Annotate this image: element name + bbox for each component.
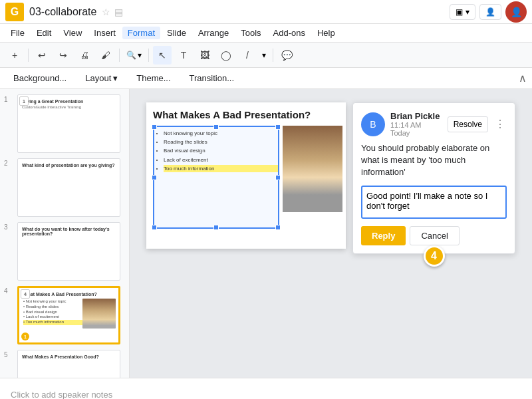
line-dropdown[interactable]: ▾ [259, 49, 269, 61]
present-dropdown-arrow: ▾ [466, 7, 469, 17]
handle-tl[interactable] [152, 124, 157, 130]
notes-placeholder: Click to add speaker notes [11, 390, 112, 399]
slide-comment-badge-4: 1 [21, 332, 29, 340]
undo-button[interactable]: ↩ [33, 46, 51, 65]
slide-thumb-title-2: What kind of presentation are you giving… [22, 163, 116, 168]
slide-panel: 1 1 Giving a Great Presentation CustomGu… [0, 89, 130, 378]
paint-format-button[interactable]: 🖌 [96, 46, 115, 65]
menu-slide[interactable]: Slide [162, 27, 192, 39]
comment-actions: Reply Cancel [361, 226, 507, 245]
zoom-icon: 🔍 [126, 51, 136, 60]
slide-number-5: 5 [4, 351, 13, 358]
collapse-toolbar-button[interactable]: ∧ [519, 72, 527, 84]
secondary-toolbar: Background... Layout ▾ Theme... Transiti… [0, 68, 532, 89]
menu-help[interactable]: Help [312, 27, 340, 39]
toolbar-separator-2 [119, 49, 120, 62]
slide-thumbnail-3[interactable]: What do you want to know after today's p… [17, 222, 120, 281]
handle-bm[interactable] [213, 225, 219, 230]
menu-addons[interactable]: Add-ons [268, 27, 311, 39]
handle-br[interactable] [275, 225, 281, 230]
redo-button[interactable]: ↪ [54, 46, 72, 65]
toolbar-separator [28, 49, 29, 62]
slide-number-4: 4 [4, 287, 13, 295]
comment-header: B Brian Pickle 11:14 AM Today Resolve ⋮ [361, 111, 507, 137]
text-box-tool[interactable]: T [174, 46, 193, 65]
doc-title: 03-collaborate [29, 6, 96, 18]
menu-edit[interactable]: Edit [31, 27, 57, 39]
slide-thumb-title-5: What Makes A Presentation Good? [22, 354, 116, 359]
bullet-2: Reading the slides [164, 138, 278, 146]
zoom-dropdown[interactable]: 🔍 ▾ [124, 49, 144, 61]
slide-thumbnail-1[interactable]: 1 Giving a Great Presentation CustomGuid… [17, 94, 120, 153]
slide-item-2[interactable]: 2 What kind of presentation are you givi… [4, 158, 125, 217]
add-button[interactable]: + [5, 46, 24, 65]
more-options-button[interactable]: ⋮ [493, 118, 507, 130]
theme-button[interactable]: Theme... [128, 70, 178, 86]
notes-area[interactable]: Click to add speaker notes [0, 378, 532, 399]
main-content: 1 1 Giving a Great Presentation CustomGu… [0, 89, 532, 378]
app-icon: G [5, 3, 24, 21]
select-tool[interactable]: ↖ [153, 46, 172, 65]
bullet-4: Lack of excitement [164, 156, 278, 164]
menu-arrange[interactable]: Arrange [193, 27, 234, 39]
menu-file[interactable]: File [5, 27, 30, 39]
menu-tools[interactable]: Tools [235, 27, 266, 39]
slide-thumb-image-4 [82, 299, 116, 329]
slide-thumbnail-5[interactable]: What Makes A Presentation Good? [17, 350, 120, 378]
star-icon[interactable]: ☆ [102, 7, 110, 17]
slide-item-1[interactable]: 1 1 Giving a Great Presentation CustomGu… [4, 94, 125, 153]
commenter-avatar: B [361, 112, 385, 136]
line-tool[interactable]: / [238, 46, 257, 65]
handle-tm[interactable] [213, 124, 219, 130]
menu-bar: File Edit View Insert Format Slide Arran… [0, 24, 532, 43]
slide-number-2: 2 [4, 160, 13, 167]
reply-button[interactable]: Reply [361, 226, 406, 245]
slide-content-box[interactable]: Not knowing your topic Reading the slide… [153, 126, 279, 229]
zoom-arrow: ▾ [138, 51, 142, 60]
cancel-button[interactable]: Cancel [410, 226, 459, 245]
comment-body: You should probably elaborate on what is… [361, 142, 507, 179]
resolve-button[interactable]: Resolve [448, 116, 488, 132]
user-avatar[interactable]: 👤 [505, 1, 527, 23]
slide-number-3: 3 [4, 223, 13, 231]
reply-input[interactable]: Good point! I'll make a note so I don't … [361, 186, 507, 219]
transition-button[interactable]: Transition... [182, 70, 242, 86]
toolbar: + ↩ ↪ 🖨 🖌 🔍 ▾ ↖ T 🖼 ◯ / ▾ 💬 [0, 43, 532, 68]
slide-thumb-title-1: Giving a Great Presentation [22, 99, 116, 104]
present-icon: ▣ [456, 7, 463, 17]
slide-thumbnail-2[interactable]: What kind of presentation are you giving… [17, 158, 120, 217]
share-button[interactable]: 👤 [479, 4, 501, 20]
background-button[interactable]: Background... [5, 70, 74, 86]
slide-thumb-title-4: What Makes A Bad Presentation? [23, 292, 114, 297]
canvas-area[interactable]: What Makes A Bad Presentation? Not knowi… [130, 89, 532, 378]
print-button[interactable]: 🖨 [75, 46, 94, 65]
slide-item-5[interactable]: 5 What Makes A Presentation Good? [4, 350, 125, 378]
handle-bl[interactable] [152, 225, 157, 230]
title-bar: G 03-collaborate ☆ ▤ ▣ ▾ 👤 👤 [0, 0, 532, 24]
layout-dropdown[interactable]: Layout ▾ [77, 70, 126, 86]
bullet-5-highlighted: Too much information [164, 165, 278, 172]
slide-image [283, 126, 342, 212]
bullet-3: Bad visual design [164, 147, 278, 154]
image-tool[interactable]: 🖼 [196, 46, 214, 65]
slide-item-3[interactable]: 3 What do you want to know after today's… [4, 222, 125, 281]
comment-button[interactable]: 💬 [277, 46, 296, 65]
present-button[interactable]: ▣ ▾ [450, 4, 475, 20]
slide-item-4[interactable]: 4 4 What Makes A Bad Presentation? • Not… [4, 286, 125, 344]
handle-ml[interactable] [152, 175, 157, 180]
slide-thumb-sub-1: CustomGuide Interactive Training [22, 105, 116, 109]
slide-main-title: What Makes A Bad Presentation? [146, 102, 346, 124]
menu-view[interactable]: View [58, 27, 87, 39]
slide-thumbnail-4[interactable]: 4 What Makes A Bad Presentation? • Not k… [17, 286, 120, 344]
handle-mr[interactable] [275, 175, 281, 180]
folder-icon[interactable]: ▤ [114, 7, 123, 17]
menu-insert[interactable]: Insert [88, 27, 121, 39]
menu-format[interactable]: Format [122, 27, 160, 39]
slide-number-1: 1 [4, 96, 13, 103]
shape-tool[interactable]: ◯ [217, 46, 235, 65]
slide-thumb-title-3: What do you want to know after today's p… [22, 227, 116, 236]
handle-tr[interactable] [275, 124, 281, 130]
comment-box: B Brian Pickle 11:14 AM Today Resolve ⋮ … [352, 102, 515, 254]
slide-image-inner [283, 126, 342, 212]
comment-timestamp: 11:14 AM Today [390, 121, 442, 137]
